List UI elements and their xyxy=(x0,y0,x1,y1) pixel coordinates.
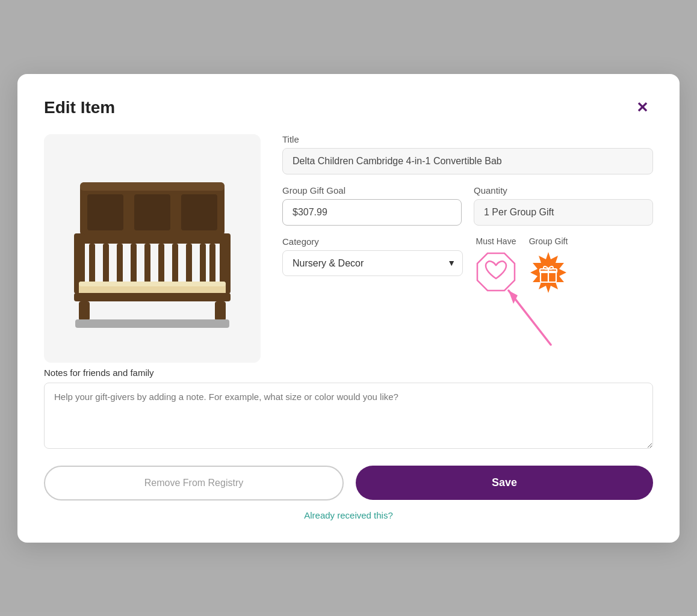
title-label: Title xyxy=(282,134,653,144)
svg-rect-4 xyxy=(181,194,217,230)
save-button[interactable]: Save xyxy=(356,466,653,500)
notes-section: Notes for friends and family xyxy=(44,368,653,451)
category-select[interactable]: Nursery & Decor Clothing Feeding Bath & … xyxy=(282,250,463,276)
modal-title: Edit Item xyxy=(44,98,115,117)
close-button[interactable]: ✕ xyxy=(631,98,653,117)
svg-rect-7 xyxy=(74,235,231,244)
crib-image xyxy=(62,152,243,345)
must-have-button[interactable] xyxy=(475,251,517,293)
svg-rect-21 xyxy=(79,301,90,321)
svg-rect-1 xyxy=(80,182,225,191)
goal-quantity-row: Group Gift Goal Quantity xyxy=(282,185,653,226)
svg-rect-22 xyxy=(215,301,226,321)
svg-rect-3 xyxy=(134,194,170,230)
quantity-field: Quantity xyxy=(474,185,653,226)
svg-rect-20 xyxy=(74,293,231,301)
must-have-icon xyxy=(475,251,517,293)
already-received-link[interactable]: Already received this? xyxy=(304,510,393,520)
svg-marker-24 xyxy=(477,253,515,291)
modal-header: Edit Item ✕ xyxy=(44,98,653,117)
must-have-label: Must Have xyxy=(476,236,516,246)
toggles-container: Must Have xyxy=(475,236,570,294)
notes-label: Notes for friends and family xyxy=(44,368,653,378)
title-input[interactable] xyxy=(282,148,653,174)
right-section: Title Group Gift Goal Quantity xyxy=(282,134,653,363)
group-gift-toggle-group: Group Gift xyxy=(527,236,570,294)
group-gift-goal-field: Group Gift Goal xyxy=(282,185,462,226)
group-gift-label: Group Gift xyxy=(529,236,568,246)
category-toggles-row: Category Nursery & Decor Clothing Feedin… xyxy=(282,236,653,294)
group-gift-goal-label: Group Gift Goal xyxy=(282,185,462,196)
quantity-input xyxy=(474,199,653,226)
title-field-group: Title xyxy=(282,134,653,174)
modal-overlay: Edit Item ✕ xyxy=(0,0,697,616)
top-section: Title Group Gift Goal Quantity xyxy=(44,134,653,363)
edit-item-modal: Edit Item ✕ xyxy=(17,74,680,543)
action-row: Remove From Registry Save xyxy=(44,466,653,500)
remove-from-registry-button[interactable]: Remove From Registry xyxy=(44,466,344,500)
product-image xyxy=(44,134,261,363)
quantity-label: Quantity xyxy=(474,185,653,196)
group-gift-goal-input[interactable] xyxy=(282,199,462,226)
svg-rect-2 xyxy=(87,194,123,230)
group-gift-button[interactable] xyxy=(527,251,570,294)
svg-rect-23 xyxy=(75,319,229,328)
gift-icon xyxy=(537,262,559,283)
svg-rect-19 xyxy=(79,282,226,286)
category-field-group: Category Nursery & Decor Clothing Feedin… xyxy=(282,236,463,276)
notes-textarea[interactable] xyxy=(44,383,653,449)
category-label: Category xyxy=(282,236,463,247)
must-have-toggle-group: Must Have xyxy=(475,236,517,293)
category-select-wrapper: Nursery & Decor Clothing Feeding Bath & … xyxy=(282,250,463,276)
already-received-section: Already received this? xyxy=(44,510,653,521)
